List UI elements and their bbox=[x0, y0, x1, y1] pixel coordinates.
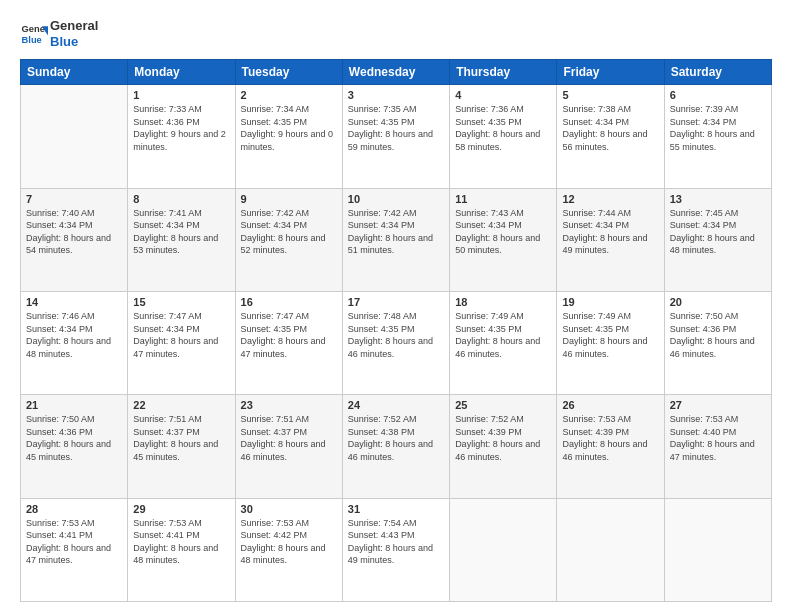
day-info: Sunrise: 7:47 AMSunset: 4:34 PMDaylight:… bbox=[133, 310, 229, 360]
day-number: 26 bbox=[562, 399, 658, 411]
weekday-header-row: SundayMondayTuesdayWednesdayThursdayFrid… bbox=[21, 60, 772, 85]
week-row-5: 28Sunrise: 7:53 AMSunset: 4:41 PMDayligh… bbox=[21, 498, 772, 601]
day-info: Sunrise: 7:44 AMSunset: 4:34 PMDaylight:… bbox=[562, 207, 658, 257]
day-info: Sunrise: 7:42 AMSunset: 4:34 PMDaylight:… bbox=[241, 207, 337, 257]
day-number: 7 bbox=[26, 193, 122, 205]
day-info: Sunrise: 7:41 AMSunset: 4:34 PMDaylight:… bbox=[133, 207, 229, 257]
day-number: 17 bbox=[348, 296, 444, 308]
day-cell: 13Sunrise: 7:45 AMSunset: 4:34 PMDayligh… bbox=[664, 188, 771, 291]
day-cell: 5Sunrise: 7:38 AMSunset: 4:34 PMDaylight… bbox=[557, 85, 664, 188]
day-number: 23 bbox=[241, 399, 337, 411]
logo-icon: General Blue bbox=[20, 20, 48, 48]
day-cell bbox=[664, 498, 771, 601]
day-cell: 22Sunrise: 7:51 AMSunset: 4:37 PMDayligh… bbox=[128, 395, 235, 498]
day-info: Sunrise: 7:51 AMSunset: 4:37 PMDaylight:… bbox=[241, 413, 337, 463]
day-info: Sunrise: 7:33 AMSunset: 4:36 PMDaylight:… bbox=[133, 103, 229, 153]
day-number: 15 bbox=[133, 296, 229, 308]
day-cell: 28Sunrise: 7:53 AMSunset: 4:41 PMDayligh… bbox=[21, 498, 128, 601]
day-info: Sunrise: 7:52 AMSunset: 4:38 PMDaylight:… bbox=[348, 413, 444, 463]
day-info: Sunrise: 7:38 AMSunset: 4:34 PMDaylight:… bbox=[562, 103, 658, 153]
day-info: Sunrise: 7:50 AMSunset: 4:36 PMDaylight:… bbox=[26, 413, 122, 463]
day-number: 27 bbox=[670, 399, 766, 411]
weekday-header-friday: Friday bbox=[557, 60, 664, 85]
day-info: Sunrise: 7:48 AMSunset: 4:35 PMDaylight:… bbox=[348, 310, 444, 360]
day-info: Sunrise: 7:53 AMSunset: 4:41 PMDaylight:… bbox=[133, 517, 229, 567]
logo-blue: Blue bbox=[50, 34, 98, 50]
day-info: Sunrise: 7:53 AMSunset: 4:40 PMDaylight:… bbox=[670, 413, 766, 463]
weekday-header-thursday: Thursday bbox=[450, 60, 557, 85]
day-cell: 8Sunrise: 7:41 AMSunset: 4:34 PMDaylight… bbox=[128, 188, 235, 291]
day-number: 13 bbox=[670, 193, 766, 205]
day-cell: 3Sunrise: 7:35 AMSunset: 4:35 PMDaylight… bbox=[342, 85, 449, 188]
week-row-4: 21Sunrise: 7:50 AMSunset: 4:36 PMDayligh… bbox=[21, 395, 772, 498]
day-cell: 14Sunrise: 7:46 AMSunset: 4:34 PMDayligh… bbox=[21, 291, 128, 394]
day-info: Sunrise: 7:53 AMSunset: 4:42 PMDaylight:… bbox=[241, 517, 337, 567]
day-cell: 30Sunrise: 7:53 AMSunset: 4:42 PMDayligh… bbox=[235, 498, 342, 601]
day-cell: 23Sunrise: 7:51 AMSunset: 4:37 PMDayligh… bbox=[235, 395, 342, 498]
day-cell: 11Sunrise: 7:43 AMSunset: 4:34 PMDayligh… bbox=[450, 188, 557, 291]
day-number: 18 bbox=[455, 296, 551, 308]
day-cell bbox=[450, 498, 557, 601]
day-cell: 17Sunrise: 7:48 AMSunset: 4:35 PMDayligh… bbox=[342, 291, 449, 394]
day-cell: 12Sunrise: 7:44 AMSunset: 4:34 PMDayligh… bbox=[557, 188, 664, 291]
day-info: Sunrise: 7:35 AMSunset: 4:35 PMDaylight:… bbox=[348, 103, 444, 153]
week-row-3: 14Sunrise: 7:46 AMSunset: 4:34 PMDayligh… bbox=[21, 291, 772, 394]
day-number: 10 bbox=[348, 193, 444, 205]
day-info: Sunrise: 7:53 AMSunset: 4:39 PMDaylight:… bbox=[562, 413, 658, 463]
svg-text:Blue: Blue bbox=[22, 34, 42, 44]
day-cell: 31Sunrise: 7:54 AMSunset: 4:43 PMDayligh… bbox=[342, 498, 449, 601]
weekday-header-monday: Monday bbox=[128, 60, 235, 85]
day-number: 31 bbox=[348, 503, 444, 515]
day-number: 19 bbox=[562, 296, 658, 308]
day-info: Sunrise: 7:53 AMSunset: 4:41 PMDaylight:… bbox=[26, 517, 122, 567]
day-number: 2 bbox=[241, 89, 337, 101]
day-info: Sunrise: 7:34 AMSunset: 4:35 PMDaylight:… bbox=[241, 103, 337, 153]
day-cell: 20Sunrise: 7:50 AMSunset: 4:36 PMDayligh… bbox=[664, 291, 771, 394]
day-info: Sunrise: 7:43 AMSunset: 4:34 PMDaylight:… bbox=[455, 207, 551, 257]
day-info: Sunrise: 7:42 AMSunset: 4:34 PMDaylight:… bbox=[348, 207, 444, 257]
day-number: 9 bbox=[241, 193, 337, 205]
day-number: 4 bbox=[455, 89, 551, 101]
weekday-header-wednesday: Wednesday bbox=[342, 60, 449, 85]
day-info: Sunrise: 7:46 AMSunset: 4:34 PMDaylight:… bbox=[26, 310, 122, 360]
day-info: Sunrise: 7:45 AMSunset: 4:34 PMDaylight:… bbox=[670, 207, 766, 257]
day-number: 21 bbox=[26, 399, 122, 411]
day-info: Sunrise: 7:40 AMSunset: 4:34 PMDaylight:… bbox=[26, 207, 122, 257]
day-info: Sunrise: 7:36 AMSunset: 4:35 PMDaylight:… bbox=[455, 103, 551, 153]
day-cell: 24Sunrise: 7:52 AMSunset: 4:38 PMDayligh… bbox=[342, 395, 449, 498]
day-number: 20 bbox=[670, 296, 766, 308]
day-info: Sunrise: 7:51 AMSunset: 4:37 PMDaylight:… bbox=[133, 413, 229, 463]
day-cell: 25Sunrise: 7:52 AMSunset: 4:39 PMDayligh… bbox=[450, 395, 557, 498]
day-cell: 4Sunrise: 7:36 AMSunset: 4:35 PMDaylight… bbox=[450, 85, 557, 188]
day-cell: 9Sunrise: 7:42 AMSunset: 4:34 PMDaylight… bbox=[235, 188, 342, 291]
weekday-header-sunday: Sunday bbox=[21, 60, 128, 85]
day-cell: 10Sunrise: 7:42 AMSunset: 4:34 PMDayligh… bbox=[342, 188, 449, 291]
day-info: Sunrise: 7:54 AMSunset: 4:43 PMDaylight:… bbox=[348, 517, 444, 567]
weekday-header-saturday: Saturday bbox=[664, 60, 771, 85]
day-cell: 7Sunrise: 7:40 AMSunset: 4:34 PMDaylight… bbox=[21, 188, 128, 291]
calendar-page: General Blue General Blue SundayMondayTu… bbox=[0, 0, 792, 612]
day-cell: 2Sunrise: 7:34 AMSunset: 4:35 PMDaylight… bbox=[235, 85, 342, 188]
day-cell: 18Sunrise: 7:49 AMSunset: 4:35 PMDayligh… bbox=[450, 291, 557, 394]
day-info: Sunrise: 7:39 AMSunset: 4:34 PMDaylight:… bbox=[670, 103, 766, 153]
day-number: 22 bbox=[133, 399, 229, 411]
day-cell: 21Sunrise: 7:50 AMSunset: 4:36 PMDayligh… bbox=[21, 395, 128, 498]
day-number: 29 bbox=[133, 503, 229, 515]
day-number: 30 bbox=[241, 503, 337, 515]
logo: General Blue General Blue bbox=[20, 18, 98, 49]
calendar-table: SundayMondayTuesdayWednesdayThursdayFrid… bbox=[20, 59, 772, 602]
day-cell: 15Sunrise: 7:47 AMSunset: 4:34 PMDayligh… bbox=[128, 291, 235, 394]
logo-general: General bbox=[50, 18, 98, 34]
day-cell: 1Sunrise: 7:33 AMSunset: 4:36 PMDaylight… bbox=[128, 85, 235, 188]
day-cell: 27Sunrise: 7:53 AMSunset: 4:40 PMDayligh… bbox=[664, 395, 771, 498]
day-number: 6 bbox=[670, 89, 766, 101]
day-info: Sunrise: 7:49 AMSunset: 4:35 PMDaylight:… bbox=[562, 310, 658, 360]
day-cell: 19Sunrise: 7:49 AMSunset: 4:35 PMDayligh… bbox=[557, 291, 664, 394]
day-cell bbox=[21, 85, 128, 188]
day-number: 8 bbox=[133, 193, 229, 205]
day-cell: 6Sunrise: 7:39 AMSunset: 4:34 PMDaylight… bbox=[664, 85, 771, 188]
day-info: Sunrise: 7:49 AMSunset: 4:35 PMDaylight:… bbox=[455, 310, 551, 360]
day-number: 16 bbox=[241, 296, 337, 308]
day-cell bbox=[557, 498, 664, 601]
day-info: Sunrise: 7:47 AMSunset: 4:35 PMDaylight:… bbox=[241, 310, 337, 360]
